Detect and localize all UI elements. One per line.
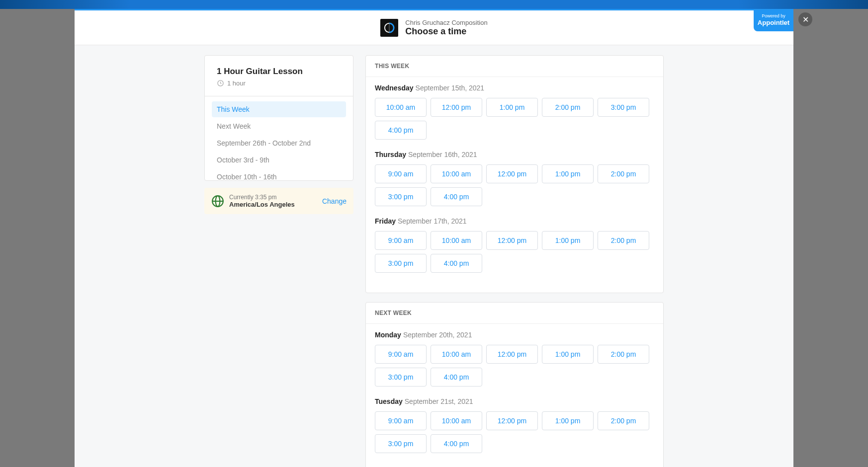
day-group: FridaySeptember 17th, 20219:00 am10:00 a… [375, 217, 654, 273]
timezone-card: Currently 3:35 pm America/Los Angeles Ch… [204, 188, 353, 214]
day-group: WednesdaySeptember 15th, 202110:00 am12:… [375, 84, 654, 140]
time-slot[interactable]: 9:00 am [375, 345, 427, 364]
day-date: September 15th, 2021 [416, 84, 485, 92]
powered-by-badge[interactable]: Powered by Appointlet [754, 10, 793, 31]
day-of-week: Friday [375, 217, 396, 225]
day-label: MondaySeptember 20th, 2021 [375, 331, 654, 339]
modal-header: Chris Gruchacz Composition Choose a time [75, 10, 793, 45]
slot-row: 10:00 am12:00 pm1:00 pm2:00 pm3:00 pm4:0… [375, 98, 654, 140]
section-header: THIS WEEK [366, 56, 663, 77]
day-of-week: Wednesday [375, 84, 414, 92]
time-slot[interactable]: 12:00 pm [486, 164, 538, 183]
day-date: September 17th, 2021 [398, 217, 467, 225]
day-date: September 20th, 2021 [403, 331, 472, 339]
time-slot[interactable]: 1:00 pm [486, 98, 538, 117]
time-slot[interactable]: 2:00 pm [598, 345, 649, 364]
time-slot[interactable]: 10:00 am [431, 345, 482, 364]
time-slot[interactable]: 1:00 pm [542, 231, 594, 250]
time-slot[interactable]: 10:00 am [431, 411, 482, 430]
close-button[interactable]: ✕ [798, 12, 812, 26]
time-slot[interactable]: 10:00 am [375, 98, 427, 117]
time-slot[interactable]: 3:00 pm [375, 187, 427, 206]
week-item[interactable]: Next Week [212, 118, 346, 134]
slot-row: 9:00 am10:00 am12:00 pm1:00 pm2:00 pm3:0… [375, 411, 654, 453]
powered-by-text: Powered by [762, 13, 785, 18]
week-item[interactable]: September 26th - October 2nd [212, 135, 346, 151]
day-label: ThursdaySeptember 16th, 2021 [375, 151, 654, 158]
time-slot[interactable]: 9:00 am [375, 411, 427, 430]
time-slot[interactable]: 3:00 pm [375, 368, 427, 387]
time-slot[interactable]: 4:00 pm [431, 254, 482, 273]
week-list[interactable]: This WeekNext WeekSeptember 26th - Octob… [205, 96, 353, 180]
globe-icon [211, 195, 224, 208]
day-label: WednesdaySeptember 15th, 2021 [375, 84, 654, 92]
slot-row: 9:00 am10:00 am12:00 pm1:00 pm2:00 pm3:0… [375, 231, 654, 273]
time-slot[interactable]: 12:00 pm [486, 345, 538, 364]
window-top-bar [0, 0, 868, 9]
day-group: MondaySeptember 20th, 20219:00 am10:00 a… [375, 331, 654, 387]
section-body: WednesdaySeptember 15th, 202110:00 am12:… [366, 77, 663, 293]
day-of-week: Thursday [375, 151, 406, 158]
day-of-week: Tuesday [375, 397, 403, 405]
timezone-name: America/Los Angeles [229, 201, 317, 208]
change-timezone-link[interactable]: Change [322, 197, 347, 205]
time-slot[interactable]: 2:00 pm [598, 411, 649, 430]
availability-section: NEXT WEEKMondaySeptember 20th, 20219:00 … [365, 302, 664, 467]
time-slot[interactable]: 2:00 pm [598, 164, 649, 183]
sidebar: 1 Hour Guitar Lesson 1 hour This WeekNex… [204, 55, 353, 457]
time-slot[interactable]: 2:00 pm [542, 98, 594, 117]
day-group: ThursdaySeptember 16th, 20219:00 am10:00… [375, 151, 654, 206]
week-item[interactable]: October 3rd - 9th [212, 152, 346, 168]
slot-row: 9:00 am10:00 am12:00 pm1:00 pm2:00 pm3:0… [375, 164, 654, 206]
time-slot[interactable]: 12:00 pm [486, 411, 538, 430]
time-slot[interactable]: 4:00 pm [431, 434, 482, 453]
timezone-text: Currently 3:35 pm America/Los Angeles [229, 194, 317, 208]
week-item[interactable]: October 10th - 16th [212, 169, 346, 180]
time-slot[interactable]: 10:00 am [431, 164, 482, 183]
time-slot[interactable]: 9:00 am [375, 231, 427, 250]
time-slot[interactable]: 1:00 pm [542, 164, 594, 183]
time-slot[interactable]: 4:00 pm [431, 368, 482, 387]
time-slot[interactable]: 4:00 pm [431, 187, 482, 206]
slot-row: 9:00 am10:00 am12:00 pm1:00 pm2:00 pm3:0… [375, 345, 654, 387]
time-slot[interactable]: 12:00 pm [486, 231, 538, 250]
week-item[interactable]: This Week [212, 101, 346, 117]
page-title: Choose a time [405, 26, 487, 37]
meeting-card: 1 Hour Guitar Lesson 1 hour This WeekNex… [204, 55, 353, 181]
time-slot[interactable]: 1:00 pm [542, 345, 594, 364]
time-slot[interactable]: 9:00 am [375, 164, 427, 183]
day-of-week: Monday [375, 331, 401, 339]
day-date: September 21st, 2021 [405, 397, 473, 405]
day-label: TuesdaySeptember 21st, 2021 [375, 397, 654, 405]
section-header: NEXT WEEK [366, 303, 663, 324]
organization-logo [380, 19, 398, 37]
timeslots-column: THIS WEEKWednesdaySeptember 15th, 202110… [365, 55, 664, 457]
day-date: September 16th, 2021 [408, 151, 477, 158]
time-slot[interactable]: 12:00 pm [431, 98, 482, 117]
current-time: Currently 3:35 pm [229, 194, 317, 201]
time-slot[interactable]: 2:00 pm [598, 231, 649, 250]
day-group: TuesdaySeptember 21st, 20219:00 am10:00 … [375, 397, 654, 453]
time-slot[interactable]: 3:00 pm [375, 434, 427, 453]
brand-name: Appointlet [754, 19, 793, 27]
section-body: MondaySeptember 20th, 20219:00 am10:00 a… [366, 324, 663, 467]
clock-icon [217, 79, 224, 87]
logo-icon [384, 22, 395, 33]
time-slot[interactable]: 4:00 pm [375, 121, 427, 140]
meeting-duration: 1 hour [217, 79, 341, 87]
time-slot[interactable]: 10:00 am [431, 231, 482, 250]
time-slot[interactable]: 1:00 pm [542, 411, 594, 430]
time-slot[interactable]: 3:00 pm [375, 254, 427, 273]
close-icon: ✕ [802, 15, 809, 24]
availability-section: THIS WEEKWednesdaySeptember 15th, 202110… [365, 55, 664, 293]
day-label: FridaySeptember 17th, 2021 [375, 217, 654, 225]
organization-name: Chris Gruchacz Composition [405, 19, 487, 26]
duration-text: 1 hour [227, 79, 246, 87]
time-slot[interactable]: 3:00 pm [598, 98, 649, 117]
content-scroll[interactable]: 1 Hour Guitar Lesson 1 hour This WeekNex… [75, 45, 793, 467]
header-text: Chris Gruchacz Composition Choose a time [405, 19, 487, 37]
meeting-header: 1 Hour Guitar Lesson 1 hour [205, 56, 353, 96]
meeting-name: 1 Hour Guitar Lesson [217, 67, 341, 77]
modal-overlay: Chris Gruchacz Composition Choose a time… [75, 10, 793, 467]
